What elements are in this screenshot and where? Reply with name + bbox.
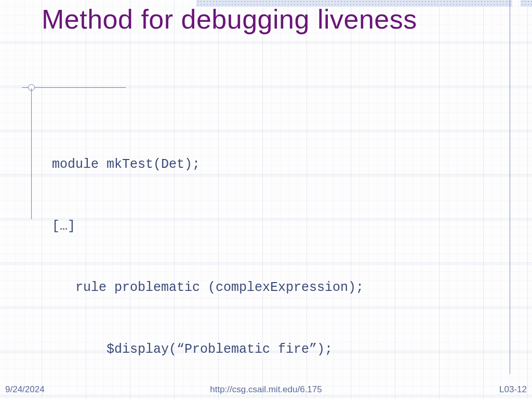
ornament-vertical-stem bbox=[31, 88, 32, 219]
slide-title: Method for debugging liveness bbox=[42, 3, 473, 36]
code-line: $display(“Problematic fire”); bbox=[52, 339, 488, 360]
footer-page-number: L03-12 bbox=[499, 384, 527, 395]
top-texture-band-right bbox=[521, 0, 532, 7]
title-underline-ornament bbox=[22, 82, 126, 98]
ornament-line bbox=[31, 87, 126, 88]
code-line: […] bbox=[52, 216, 488, 237]
slide-footer: 9/24/2024 http://csg.csail.mit.edu/6.175… bbox=[0, 381, 532, 395]
code-line: rule problematic (complexExpression); bbox=[52, 277, 488, 298]
footer-url: http://csg.csail.mit.edu/6.175 bbox=[0, 384, 532, 395]
ornament-tick bbox=[22, 87, 28, 88]
right-margin-line bbox=[510, 0, 510, 374]
code-block: module mkTest(Det); […] rule problematic… bbox=[52, 113, 488, 399]
slide: Method for debugging liveness module mkT… bbox=[0, 0, 532, 399]
code-line: module mkTest(Det); bbox=[52, 154, 488, 175]
